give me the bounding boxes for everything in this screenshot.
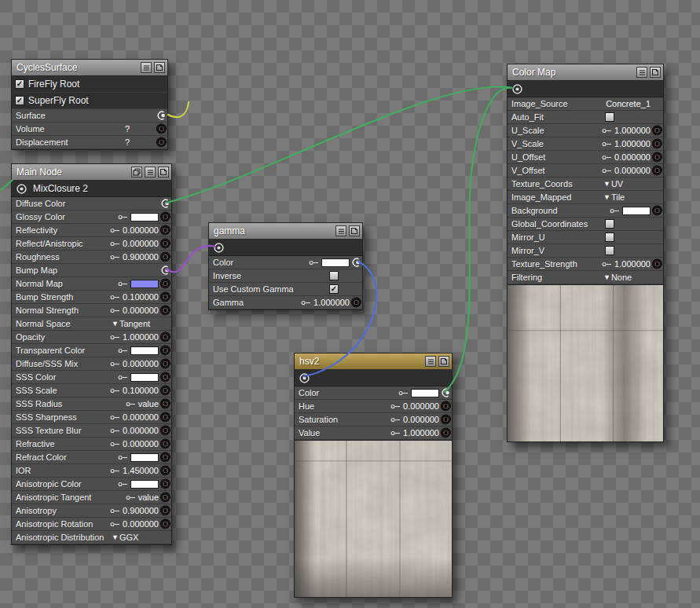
input-socket-icon[interactable] <box>161 480 170 489</box>
param-row-background[interactable]: Background <box>508 204 663 218</box>
connected-plug-icon[interactable] <box>156 111 167 121</box>
dropdown[interactable]: ▼GGX <box>112 533 159 542</box>
input-socket-icon[interactable] <box>161 253 170 262</box>
animation-dial-icon[interactable] <box>110 361 120 368</box>
connected-plug-icon[interactable] <box>160 266 170 276</box>
color-swatch[interactable] <box>130 480 159 489</box>
input-socket-icon[interactable] <box>653 140 662 148</box>
input-socket-icon[interactable] <box>442 416 450 424</box>
animation-dial-icon[interactable] <box>118 481 128 488</box>
param-row-texture-coords[interactable]: Texture_Coords▼UV <box>508 178 663 191</box>
animation-dial-icon[interactable] <box>110 240 120 247</box>
animation-dial-icon[interactable] <box>301 299 311 306</box>
menu-icon[interactable] <box>636 67 647 78</box>
input-socket-icon[interactable] <box>157 125 166 134</box>
input-socket-icon[interactable] <box>161 346 170 355</box>
param-row-sss-radius[interactable]: SSS Radiusvalue <box>12 397 171 411</box>
node-output-icon[interactable] <box>212 241 225 255</box>
input-socket-icon[interactable] <box>161 520 170 529</box>
dropdown[interactable]: ▼UV <box>603 179 651 189</box>
animation-dial-icon[interactable] <box>110 521 120 528</box>
animation-dial-icon[interactable] <box>126 494 136 501</box>
color-swatch[interactable] <box>130 280 159 288</box>
animation-dial-icon[interactable] <box>110 467 120 474</box>
animation-dial-icon[interactable] <box>610 207 620 214</box>
param-row-anisotropic-distribution[interactable]: Anisotropic Distribution▼GGX <box>12 531 171 544</box>
param-row-displacement[interactable]: Displacement? <box>12 136 167 149</box>
collapse-icon[interactable] <box>438 356 449 367</box>
node-main[interactable]: Main Node MixClosure 2 Diffuse ColorGlos… <box>11 163 172 545</box>
input-socket-icon[interactable] <box>161 280 170 288</box>
dropdown[interactable]: ▼None <box>603 273 651 282</box>
checkbox[interactable] <box>605 219 614 229</box>
color-swatch[interactable] <box>321 258 350 267</box>
param-row-refractive[interactable]: Refractive0.000000 <box>12 438 171 451</box>
param-row-reflectivity[interactable]: Reflectivity0.000000 <box>12 224 171 237</box>
copy-icon[interactable] <box>131 167 142 178</box>
checkbox[interactable]: ✓ <box>15 79 24 89</box>
param-row-hue[interactable]: Hue0.000000 <box>295 400 452 413</box>
node-hsv2[interactable]: hsv2 ColorHue0.000000Saturation0.000000V… <box>294 353 453 598</box>
node-color-map[interactable]: Color Map Image_SourceConcrete_1Auto_Fit… <box>507 64 664 442</box>
animation-dial-icon[interactable] <box>602 261 612 268</box>
animation-dial-icon[interactable] <box>110 441 120 448</box>
param-row-glossy-color[interactable]: Glossy Color <box>12 211 171 224</box>
animation-dial-icon[interactable] <box>390 403 401 410</box>
animation-dial-icon[interactable] <box>110 334 120 341</box>
input-socket-icon[interactable] <box>161 386 170 395</box>
node-output-row[interactable]: MixClosure 2 <box>12 181 171 197</box>
checkbox[interactable] <box>329 271 339 280</box>
param-row-image-mapped[interactable]: Image_Mapped▼Tile <box>508 191 663 204</box>
param-row-gamma[interactable]: Gamma1.000000 <box>209 296 362 309</box>
param-row-normal-strength[interactable]: Normal Strength0.000000 <box>12 304 171 317</box>
animation-dial-icon[interactable] <box>390 430 401 437</box>
node-output-row[interactable] <box>295 370 452 386</box>
input-socket-icon[interactable] <box>161 226 170 235</box>
animation-dial-icon[interactable] <box>602 167 612 174</box>
input-socket-icon[interactable] <box>653 153 662 162</box>
animation-dial-icon[interactable] <box>390 416 401 423</box>
animation-dial-icon[interactable] <box>110 427 120 434</box>
input-socket-icon[interactable] <box>161 440 170 449</box>
param-row-image-source[interactable]: Image_SourceConcrete_1 <box>508 97 663 111</box>
param-row-sss-texture-blur[interactable]: SSS Texture Blur0.000000 <box>12 424 171 438</box>
param-row-opacity[interactable]: Opacity1.000000 <box>12 331 171 344</box>
animation-dial-icon[interactable] <box>110 387 120 394</box>
input-socket-icon[interactable] <box>352 299 361 307</box>
param-row-use-custom-gamma[interactable]: Use Custom Gamma✓ <box>209 283 362 296</box>
color-swatch[interactable] <box>130 373 159 382</box>
menu-icon[interactable] <box>141 62 152 73</box>
color-swatch[interactable] <box>411 389 439 397</box>
animation-dial-icon[interactable] <box>110 307 120 314</box>
param-row-inverse[interactable]: Inverse <box>209 269 362 283</box>
node-header-color-map[interactable]: Color Map <box>508 64 663 81</box>
param-row-ior[interactable]: IOR1.450000 <box>12 464 171 478</box>
param-row-texture-strength[interactable]: Texture_Strength1.000000 <box>508 258 663 271</box>
menu-icon[interactable] <box>425 356 436 367</box>
menu-icon[interactable] <box>145 167 156 178</box>
checkbox[interactable]: ✓ <box>329 284 339 294</box>
checkbox[interactable] <box>605 246 614 255</box>
node-gamma[interactable]: gamma ColorInverseUse Custom Gamma✓Gamma… <box>208 222 363 310</box>
param-row-normal-space[interactable]: Normal Space▼Tangent <box>12 317 171 331</box>
node-header-gamma[interactable]: gamma <box>209 223 362 240</box>
animation-dial-icon[interactable] <box>110 294 120 301</box>
param-row-filtering[interactable]: Filtering▼None <box>508 271 663 284</box>
param-row-saturation[interactable]: Saturation0.000000 <box>295 413 452 427</box>
input-socket-icon[interactable] <box>653 207 662 215</box>
node-output-icon[interactable] <box>511 82 524 96</box>
animation-dial-icon[interactable] <box>118 214 128 221</box>
input-socket-icon[interactable] <box>161 467 170 475</box>
node-header-hsv2[interactable]: hsv2 <box>295 353 452 370</box>
input-socket-icon[interactable] <box>653 167 662 175</box>
node-header-cyclessurface[interactable]: CyclesSurface <box>12 60 167 76</box>
input-socket-icon[interactable] <box>653 126 662 135</box>
material-node-editor-canvas[interactable]: CyclesSurface ✓FireFly Root✓SuperFly Roo… <box>0 0 700 608</box>
collapse-icon[interactable] <box>650 67 661 78</box>
animation-dial-icon[interactable] <box>110 507 120 515</box>
collapse-icon[interactable] <box>154 62 165 73</box>
input-socket-icon[interactable] <box>442 402 450 411</box>
param-row-u-offset[interactable]: U_Offset0.000000 <box>508 151 663 164</box>
animation-dial-icon[interactable] <box>126 401 136 408</box>
param-row-transparent-color[interactable]: Transparent Color <box>12 344 171 357</box>
